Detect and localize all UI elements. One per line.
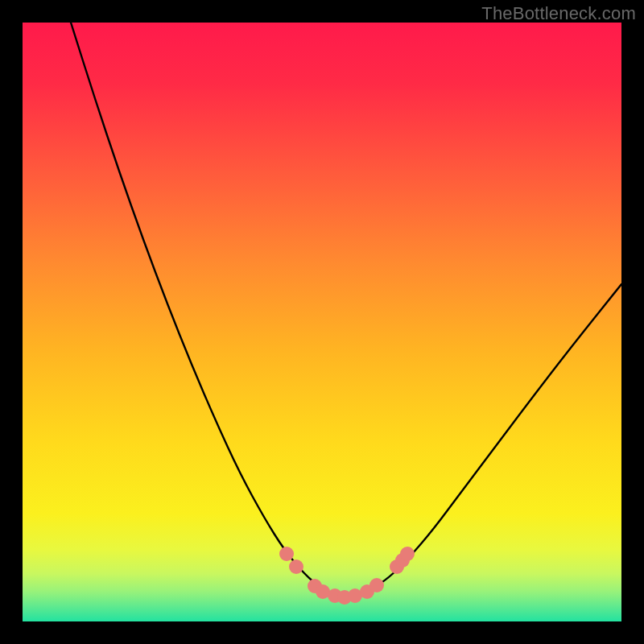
highlight-dot (369, 578, 384, 592)
highlight-dot (289, 559, 303, 574)
plot-area (23, 23, 621, 621)
gradient-background (23, 23, 621, 621)
outer-frame: TheBottleneck.com (0, 0, 644, 644)
highlight-dot (400, 547, 415, 561)
highlight-dot (279, 547, 294, 561)
chart-svg (23, 23, 621, 621)
watermark-text: TheBottleneck.com (481, 3, 636, 24)
